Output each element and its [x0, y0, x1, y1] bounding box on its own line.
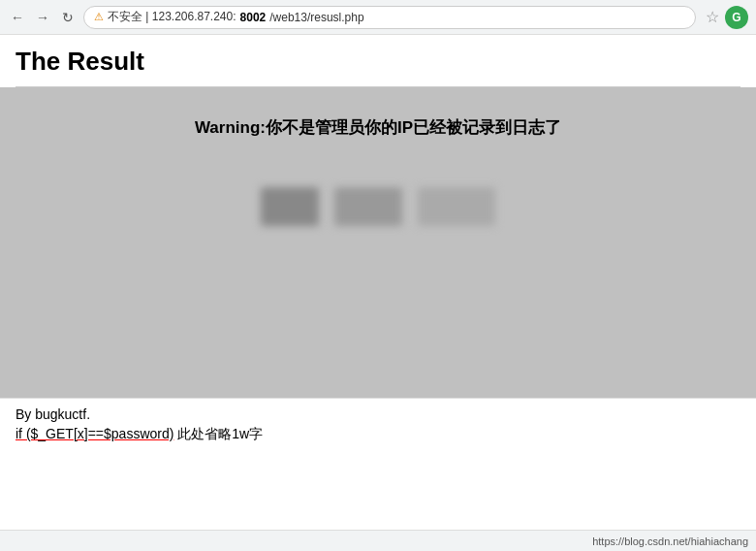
blurred-image-2 [334, 187, 402, 226]
url-port: 8002 [240, 11, 267, 24]
browser-toolbar: ← → ↻ ⚠ 不安全 | 123.206.87.240:8002/web13/… [0, 0, 756, 35]
forward-button[interactable]: → [33, 8, 52, 27]
status-url: https://blog.csdn.net/hiahiachang [592, 535, 748, 547]
code-rest: 此处省略1w字 [173, 426, 263, 441]
blurred-image-row [261, 187, 495, 226]
blurred-image-1 [261, 187, 319, 226]
back-button[interactable]: ← [8, 8, 27, 27]
footer-area: By bugkuctf. if ($_GET[x]==$password) 此处… [0, 398, 756, 449]
warning-message: Warning:你不是管理员你的IP已经被记录到日志了 [195, 116, 561, 139]
page-header: The Result [0, 35, 756, 87]
code-underlined: if ($_GET[x]==$password) [16, 426, 173, 441]
status-bar: https://blog.csdn.net/hiahiachang [0, 530, 756, 551]
profile-button[interactable]: G [725, 6, 748, 29]
url-prefix: 不安全 | 123.206.87.240: [108, 9, 236, 25]
reload-button[interactable]: ↻ [58, 8, 78, 27]
blurred-image-3 [418, 187, 495, 226]
page-title: The Result [16, 47, 740, 77]
bookmark-button[interactable]: ☆ [706, 8, 719, 26]
address-bar[interactable]: ⚠ 不安全 | 123.206.87.240:8002/web13/resusl… [83, 6, 696, 29]
gray-content-area: Warning:你不是管理员你的IP已经被记录到日志了 [0, 87, 756, 398]
insecure-icon: ⚠ [94, 11, 104, 23]
code-line: if ($_GET[x]==$password) 此处省略1w字 [16, 426, 740, 443]
url-path: /web13/resusl.php [269, 11, 363, 24]
by-line: By bugkuctf. [16, 406, 740, 422]
